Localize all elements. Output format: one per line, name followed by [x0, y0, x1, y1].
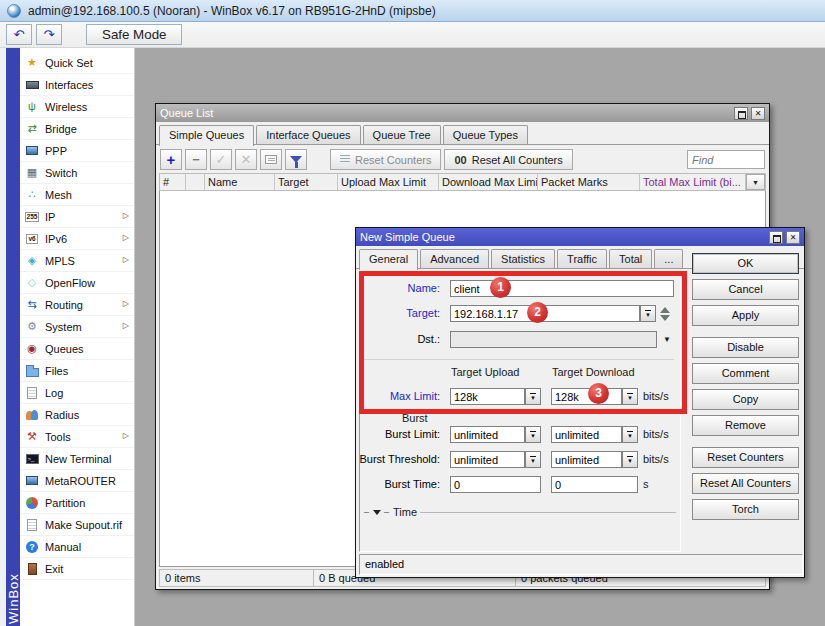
dropdown-bar-arrow-icon: ▼: [645, 310, 651, 318]
disable-button[interactable]: ✕: [235, 149, 257, 170]
tab-traffic[interactable]: Traffic: [557, 249, 607, 269]
sidebar-item-wireless[interactable]: ψ Wireless: [20, 96, 134, 118]
sidebar-item-make-supout[interactable]: Make Supout.rif: [20, 514, 134, 536]
burst-limit-upload-field[interactable]: [450, 426, 525, 443]
max-limit-upload-field[interactable]: [450, 388, 525, 405]
gauge-icon: ◉: [24, 341, 40, 356]
column-total-max[interactable]: Total Max Limit (bi...: [640, 174, 746, 190]
sidebar-item-quick-set[interactable]: ★ Quick Set: [20, 52, 134, 74]
sidebar-item-interfaces[interactable]: Interfaces: [20, 74, 134, 96]
target-field[interactable]: [450, 305, 640, 322]
ok-button[interactable]: OK: [692, 253, 799, 274]
sidebar-item-metarouter[interactable]: MetaROUTER: [20, 470, 134, 492]
undo-button[interactable]: ↶: [6, 24, 32, 45]
enable-button[interactable]: ✓: [210, 149, 232, 170]
folder-icon: [24, 363, 40, 378]
reset-counters-button[interactable]: Reset Counters: [692, 447, 799, 468]
column-upload-max[interactable]: Upload Max Limit: [338, 174, 439, 190]
plus-icon: +: [167, 151, 176, 168]
safe-mode-button[interactable]: Safe Mode: [86, 24, 182, 45]
redo-button[interactable]: ↷: [36, 24, 62, 45]
sidebar-item-ip[interactable]: 255 IP ▷: [20, 206, 134, 228]
burst-limit-download-dropdown[interactable]: ▼: [622, 426, 638, 443]
cancel-button[interactable]: Cancel: [692, 279, 799, 300]
tools-icon: ⚒: [24, 429, 40, 444]
burst-threshold-upload-dropdown[interactable]: ▼: [525, 451, 541, 468]
tab-general[interactable]: General: [359, 249, 418, 270]
sidebar-item-manual[interactable]: ? Manual: [20, 536, 134, 558]
help-question-icon: ?: [24, 539, 40, 554]
sidebar-item-ppp[interactable]: PPP: [20, 140, 134, 162]
dropdown-bar-arrow-icon: ▼: [627, 431, 633, 439]
disable-button[interactable]: Disable: [692, 337, 799, 358]
column-target[interactable]: Target: [275, 174, 338, 190]
tab-statistics[interactable]: Statistics: [491, 249, 555, 269]
reset-all-counters-button[interactable]: 00 Reset All Counters: [444, 149, 572, 170]
close-icon[interactable]: ✕: [751, 107, 765, 120]
maximize-icon[interactable]: [734, 107, 748, 120]
time-section-toggle[interactable]: – – Time: [364, 506, 676, 518]
find-input[interactable]: [687, 150, 765, 169]
maximize-icon[interactable]: [769, 231, 783, 244]
column-download-max[interactable]: Download Max Limit: [439, 174, 538, 190]
remove-button[interactable]: −: [185, 149, 207, 170]
sidebar-item-exit[interactable]: Exit: [20, 558, 134, 580]
redo-icon: ↷: [44, 27, 55, 42]
name-field[interactable]: [450, 280, 674, 297]
close-icon[interactable]: ✕: [786, 231, 800, 244]
sidebar-item-system[interactable]: ⚙ System ▷: [20, 316, 134, 338]
burst-threshold-upload-field[interactable]: [450, 451, 525, 468]
tab-simple-queues[interactable]: Simple Queues: [159, 125, 254, 146]
column-menu-button[interactable]: ▼: [746, 174, 765, 190]
column-icon[interactable]: [186, 174, 205, 190]
sidebar-item-bridge[interactable]: ⇄ Bridge: [20, 118, 134, 140]
column-number[interactable]: #: [160, 174, 186, 190]
tab-interface-queues[interactable]: Interface Queues: [256, 125, 360, 145]
max-limit-upload-dropdown[interactable]: ▼: [525, 388, 541, 405]
sidebar-item-mesh[interactable]: ∴ Mesh: [20, 184, 134, 206]
burst-time-upload-field[interactable]: [450, 476, 541, 493]
sidebar-item-queues[interactable]: ◉ Queues: [20, 338, 134, 360]
tab-queue-types[interactable]: Queue Types: [443, 125, 528, 145]
sidebar-item-switch[interactable]: ▦ Switch: [20, 162, 134, 184]
target-add-remove-spinner[interactable]: [659, 305, 671, 322]
sidebar-item-files[interactable]: Files: [20, 360, 134, 382]
target-dropdown-button[interactable]: ▼: [640, 305, 656, 322]
tab-more[interactable]: ...: [654, 249, 683, 269]
dst-dropdown-arrow-icon[interactable]: ▼: [663, 335, 671, 344]
sidebar-item-openflow[interactable]: ◇ OpenFlow: [20, 272, 134, 294]
sidebar-item-partition[interactable]: Partition: [20, 492, 134, 514]
reset-counters-button[interactable]: Reset Counters: [330, 149, 441, 170]
burst-limit-upload-dropdown[interactable]: ▼: [525, 426, 541, 443]
burst-threshold-download-field[interactable]: [551, 451, 622, 468]
burst-time-download-field[interactable]: [551, 476, 638, 493]
tab-total[interactable]: Total: [609, 249, 652, 269]
dropdown-bar-arrow-icon: ▼: [530, 431, 536, 439]
comment-button[interactable]: [260, 149, 282, 170]
remove-button[interactable]: Remove: [692, 415, 799, 436]
filter-button[interactable]: [285, 149, 307, 170]
sidebar-item-new-terminal[interactable]: >_ New Terminal: [20, 448, 134, 470]
max-limit-download-dropdown[interactable]: ▼: [622, 388, 638, 405]
tab-queue-tree[interactable]: Queue Tree: [363, 125, 441, 145]
sidebar-item-routing[interactable]: ⇆ Routing ▷: [20, 294, 134, 316]
sidebar-item-tools[interactable]: ⚒ Tools ▷: [20, 426, 134, 448]
comment-button[interactable]: Comment: [692, 363, 799, 384]
sidebar-item-log[interactable]: Log: [20, 382, 134, 404]
add-button[interactable]: +: [160, 149, 182, 170]
burst-threshold-download-dropdown[interactable]: ▼: [622, 451, 638, 468]
sidebar-item-radius[interactable]: Radius: [20, 404, 134, 426]
burst-limit-download-field[interactable]: [551, 426, 622, 443]
max-limit-download-field[interactable]: [551, 388, 622, 405]
sidebar-item-mpls[interactable]: ◈ MPLS ▷: [20, 250, 134, 272]
sidebar-item-ipv6[interactable]: v6 IPv6 ▷: [20, 228, 134, 250]
tab-advanced[interactable]: Advanced: [420, 249, 489, 269]
copy-button[interactable]: Copy: [692, 389, 799, 410]
column-name[interactable]: Name: [205, 174, 275, 190]
dropdown-bar-arrow-icon: ▼: [627, 456, 633, 464]
main-toolbar: ↶ ↷ Safe Mode: [0, 22, 825, 48]
reset-all-counters-button[interactable]: Reset All Counters: [692, 473, 799, 494]
column-packet-marks[interactable]: Packet Marks: [538, 174, 640, 190]
torch-button[interactable]: Torch: [692, 499, 799, 520]
apply-button[interactable]: Apply: [692, 305, 799, 326]
